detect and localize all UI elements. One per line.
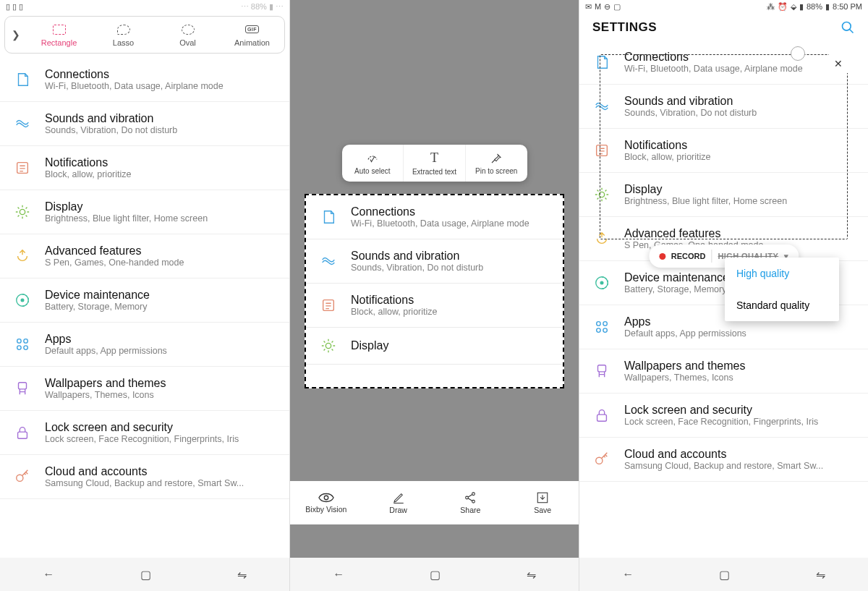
settings-row-notifications[interactable]: NotificationsBlock, allow, prioritize — [579, 129, 868, 173]
clock-label: 8:50 PM — [833, 2, 862, 11]
home-icon[interactable]: ▢ — [430, 568, 441, 582]
status-bar: ✉ M ⊖ ▢ ⁂ ⏰ ⬙ ▮ 88% ▮ 8:50 PM — [579, 0, 868, 13]
settings-row-subtitle: Wi-Fi, Bluetooth, Data usage, Airplane m… — [351, 218, 550, 229]
settings-icon — [594, 319, 610, 335]
tool-rectangle[interactable]: Rectangle — [27, 17, 91, 53]
tool-label: Rectangle — [41, 38, 77, 47]
settings-row-wallpapers-and-themes[interactable]: Wallpapers and themesWallpapers, Themes,… — [0, 367, 289, 411]
android-nav-bar: ← ▢ ⇋ — [290, 558, 579, 591]
btn-label: Bixby Vision — [305, 505, 346, 514]
alarm-icon: ⏰ — [778, 2, 788, 12]
settings-row-subtitle: Sounds, Vibration, Do not disturb — [351, 263, 550, 273]
svg-rect-28 — [597, 414, 607, 421]
svg-point-24 — [603, 322, 608, 326]
quality-option-high[interactable]: High quality — [725, 258, 839, 289]
settings-list[interactable]: ConnectionsWi-Fi, Bluetooth, Data usage,… — [0, 58, 289, 558]
recents-icon[interactable]: ⇋ — [527, 568, 536, 582]
svg-point-23 — [597, 322, 601, 326]
android-nav-bar: ← ▢ ⇋ — [579, 558, 868, 591]
settings-icon — [594, 231, 610, 247]
settings-row-sounds-and-vibration[interactable]: Sounds and vibrationSounds, Vibration, D… — [306, 239, 563, 284]
settings-row-cloud-and-accounts[interactable]: Cloud and accountsSamsung Cloud, Backup … — [0, 455, 289, 499]
settings-icon — [14, 292, 30, 308]
settings-row-title: Cloud and accounts — [624, 448, 855, 461]
settings-row-display[interactable]: DisplayBrightness, Blue light filter, Ho… — [0, 190, 289, 234]
image-icon: ▢ — [613, 2, 621, 12]
action-auto-select[interactable]: Auto select — [342, 145, 404, 182]
signal-icon: ▮ — [799, 2, 804, 12]
settings-row-cloud-and-accounts[interactable]: Cloud and accountsSamsung Cloud, Backup … — [579, 438, 868, 482]
gif-icon: GIF — [245, 23, 259, 36]
settings-row-device-maintenance[interactable]: Device maintenanceBattery, Storage, Memo… — [0, 279, 289, 323]
settings-row-subtitle: Block, allow, prioritize — [45, 169, 276, 179]
record-button[interactable]: RECORD — [671, 252, 706, 260]
settings-row-lock-screen-and-security[interactable]: Lock screen and securityLock screen, Fac… — [579, 394, 868, 438]
settings-icon — [320, 338, 336, 354]
settings-row-notifications[interactable]: NotificationsBlock, allow, prioritize — [0, 146, 289, 190]
search-icon[interactable] — [841, 20, 855, 35]
btn-draw[interactable]: Draw — [362, 481, 435, 524]
settings-row-title: Sounds and vibration — [351, 250, 550, 263]
battery-label: 88% — [807, 2, 822, 11]
settings-icon — [594, 275, 610, 291]
settings-icon — [594, 407, 610, 423]
recents-icon[interactable]: ⇋ — [816, 568, 825, 582]
recents-icon[interactable]: ⇋ — [237, 568, 247, 582]
btn-save[interactable]: Save — [506, 481, 579, 524]
settings-row-display[interactable]: Display — [306, 328, 563, 365]
save-icon — [536, 491, 549, 504]
home-icon[interactable]: ▢ — [140, 568, 151, 582]
selection-clip[interactable]: ConnectionsWi-Fi, Bluetooth, Data usage,… — [305, 194, 564, 388]
tool-lasso[interactable]: Lasso — [91, 17, 156, 53]
settings-row-title: Notifications — [45, 156, 276, 169]
svg-point-15 — [472, 493, 475, 496]
svg-rect-8 — [19, 383, 27, 389]
settings-row-connections[interactable]: ConnectionsWi-Fi, Bluetooth, Data usage,… — [579, 41, 868, 85]
home-icon[interactable]: ▢ — [719, 568, 730, 582]
settings-row-subtitle: S Pen, Games, One-handed mode — [45, 258, 276, 268]
settings-row-connections[interactable]: ConnectionsWi-Fi, Bluetooth, Data usage,… — [306, 195, 563, 239]
svg-point-3 — [21, 299, 24, 302]
wifi-icon: ⬙ — [791, 2, 796, 12]
settings-icon — [320, 209, 336, 225]
tool-oval[interactable]: Oval — [156, 17, 220, 53]
settings-row-title: Cloud and accounts — [45, 465, 276, 478]
settings-row-apps[interactable]: AppsDefault apps, App permissions — [0, 323, 289, 367]
svg-point-18 — [843, 22, 851, 31]
settings-icon — [320, 297, 336, 313]
settings-icon — [594, 54, 610, 70]
settings-row-display[interactable]: DisplayBrightness, Blue light filter, Ho… — [579, 173, 868, 217]
svg-point-5 — [24, 339, 28, 344]
settings-row-wallpapers-and-themes[interactable]: Wallpapers and themesWallpapers, Themes,… — [579, 349, 868, 394]
tool-animation[interactable]: GIF Animation — [220, 17, 284, 53]
settings-row-subtitle: Samsung Cloud, Backup and restore, Smart… — [624, 461, 855, 471]
btn-share[interactable]: Share — [435, 481, 507, 524]
dnd-icon: ⊖ — [604, 2, 610, 12]
settings-icon — [594, 363, 610, 379]
settings-row-title: Connections — [351, 205, 550, 218]
text-icon: T — [430, 150, 438, 166]
back-icon[interactable]: ← — [43, 568, 54, 581]
btn-label: Share — [460, 506, 480, 514]
settings-row-advanced-features[interactable]: Advanced featuresS Pen, Games, One-hande… — [0, 234, 289, 279]
settings-row-lock-screen-and-security[interactable]: Lock screen and securityLock screen, Fac… — [0, 411, 289, 455]
action-extracted-text[interactable]: T Extracted text — [403, 145, 465, 182]
smart-select-actions: Auto select T Extracted text Pin to scre… — [342, 145, 527, 182]
settings-row-notifications[interactable]: NotificationsBlock, allow, prioritize — [306, 284, 563, 328]
btn-label: Save — [534, 506, 551, 514]
battery-icon: ▮ — [825, 2, 830, 12]
btn-bixby-vision[interactable]: Bixby Vision — [290, 481, 362, 524]
back-icon[interactable]: ← — [333, 568, 344, 581]
settings-row-subtitle: Wallpapers, Themes, Icons — [45, 390, 276, 400]
settings-row-sounds-and-vibration[interactable]: Sounds and vibrationSounds, Vibration, D… — [579, 85, 868, 129]
settings-row-connections[interactable]: ConnectionsWi-Fi, Bluetooth, Data usage,… — [0, 58, 289, 102]
quality-option-standard[interactable]: Standard quality — [725, 289, 839, 321]
settings-row-sounds-and-vibration[interactable]: Sounds and vibrationSounds, Vibration, D… — [0, 102, 289, 146]
action-label: Auto select — [354, 167, 390, 175]
action-pin[interactable]: Pin to screen — [465, 145, 527, 182]
settings-row-title: Advanced features — [45, 245, 276, 258]
back-icon[interactable]: ← — [622, 568, 634, 581]
toolbar-expand-button[interactable]: ❯ — [5, 17, 27, 53]
settings-icon — [320, 253, 336, 269]
settings-row-subtitle: Brightness, Blue light filter, Home scre… — [45, 213, 276, 224]
